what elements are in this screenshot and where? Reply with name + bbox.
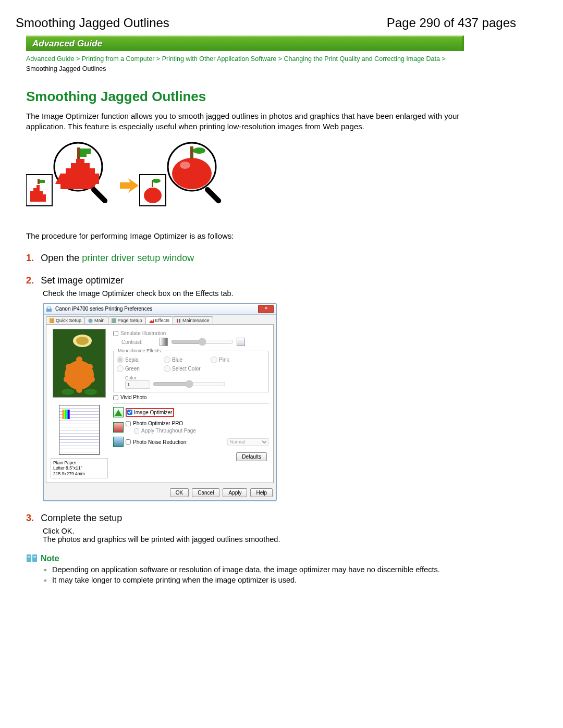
illustration — [26, 138, 464, 221]
heading: Smoothing Jagged Outlines — [26, 89, 464, 105]
apply-button[interactable]: Apply — [223, 488, 247, 497]
step-1: 1. Open the printer driver setup window — [26, 253, 464, 264]
noise-reduction-icon — [113, 437, 124, 447]
note-item-1: It may take longer to complete printing … — [52, 576, 464, 584]
note-label: Note — [41, 554, 59, 563]
color-slider — [153, 382, 226, 386]
svg-point-24 — [76, 356, 82, 363]
intro-text: The Image Optimizer function allows you … — [26, 111, 464, 132]
tab-main[interactable]: Main — [84, 316, 108, 324]
step-2-number: 2. — [26, 275, 39, 286]
svg-point-6 — [144, 188, 162, 203]
radio-green — [117, 365, 124, 372]
apply-throughout-label: Apply Throughout Page — [141, 428, 196, 434]
color-value-input — [125, 380, 150, 389]
note-item-0: Depending on application software or res… — [52, 565, 464, 574]
svg-point-29 — [76, 387, 82, 393]
svg-point-28 — [89, 376, 95, 382]
print-prefs-dialog: Canon iP4700 series Printing Preferences… — [43, 303, 277, 501]
note-icon — [26, 554, 38, 563]
svg-rect-1 — [38, 179, 40, 184]
tab-effects[interactable]: Effects — [145, 316, 173, 324]
step-3-body1: Click OK. — [43, 527, 464, 535]
color-label: Color: — [125, 375, 138, 380]
page-counter: Page 290 of 437 pages — [387, 16, 516, 30]
photo-optimizer-icon — [113, 422, 124, 433]
image-optimizer-icon — [113, 407, 124, 417]
step-3-number: 3. — [26, 513, 39, 524]
step-3-body2: The photos and graphics will be printed … — [43, 535, 464, 544]
radio-select-color — [164, 365, 170, 372]
photo-optimizer-checkbox[interactable] — [126, 421, 131, 426]
step-2: 2. Set image optimizer — [26, 275, 464, 286]
photo-optimizer-label: Photo Optimizer PRO — [133, 421, 183, 426]
banner: Advanced Guide — [26, 35, 464, 51]
printer-driver-setup-link[interactable]: printer driver setup window — [82, 253, 194, 263]
radio-blue — [164, 356, 170, 363]
image-optimizer-checkbox[interactable] — [127, 410, 132, 415]
media-type: Plain Paper — [53, 460, 105, 465]
contrast-gradient-icon — [160, 338, 168, 346]
svg-rect-12 — [190, 146, 193, 159]
tab-page-setup[interactable]: Page Setup — [108, 316, 146, 324]
printer-icon — [46, 306, 52, 312]
tab-maintenance[interactable]: Maintenance — [173, 316, 213, 324]
crumb-link-1[interactable]: Printing from a Computer — [82, 55, 155, 63]
svg-point-31 — [76, 337, 89, 345]
svg-rect-4 — [90, 186, 108, 204]
monochrome-fieldset: Monochrome Effects: Sepia Blue Pink Gree… — [113, 348, 269, 392]
crumb-link-3[interactable]: Changing the Print Quality and Correctin… — [284, 55, 439, 63]
apply-throughout-checkbox — [134, 428, 139, 434]
close-button[interactable]: ✕ — [258, 305, 274, 313]
svg-point-33 — [84, 389, 97, 395]
svg-rect-21 — [179, 319, 180, 323]
media-size: Letter 8.5"x11" 215.9x279.4mm — [53, 465, 105, 476]
step-1-number: 1. — [26, 253, 39, 264]
radio-sepia — [117, 356, 124, 363]
svg-point-18 — [89, 318, 93, 323]
svg-rect-39 — [33, 558, 36, 558]
step-3: 3. Complete the setup — [26, 513, 464, 524]
tab-quick-setup[interactable]: Quick Setup — [46, 316, 85, 324]
svg-point-13 — [193, 147, 205, 154]
svg-point-32 — [62, 389, 74, 395]
defaults-button[interactable]: Defaults — [236, 452, 267, 461]
preview-photo — [53, 329, 106, 398]
svg-point-10 — [172, 158, 212, 189]
image-optimizer-highlight: Image Optimizer — [126, 408, 174, 417]
doc-preview — [59, 405, 100, 455]
vivid-photo-checkbox[interactable] — [113, 395, 118, 400]
svg-rect-20 — [177, 319, 178, 323]
svg-rect-36 — [28, 556, 30, 557]
noise-reduction-checkbox[interactable] — [126, 439, 131, 445]
crumb-link-0[interactable]: Advanced Guide — [26, 55, 74, 63]
svg-point-25 — [66, 364, 72, 370]
noise-reduction-select: Normal — [227, 438, 269, 446]
radio-pink — [211, 356, 217, 363]
svg-rect-16 — [47, 307, 51, 309]
contrast-save-icon — [237, 338, 245, 346]
image-optimizer-label: Image Optimizer — [134, 410, 172, 415]
breadcrumb: Advanced Guide > Printing from a Compute… — [26, 54, 464, 74]
help-button[interactable]: Help — [250, 488, 273, 497]
step-2-title: Set image optimizer — [41, 275, 124, 286]
ok-button[interactable]: OK — [170, 488, 189, 497]
svg-rect-19 — [112, 318, 116, 323]
noise-reduction-label: Photo Noise Reduction: — [133, 439, 188, 445]
svg-rect-14 — [204, 186, 222, 204]
simulate-illustration-label: Simulate Illustration — [120, 330, 166, 336]
crumb-current: Smoothing Jagged Outlines — [26, 65, 106, 72]
svg-point-26 — [87, 364, 93, 370]
cancel-button[interactable]: Cancel — [192, 488, 219, 497]
vivid-photo-label: Vivid Photo — [120, 394, 146, 400]
svg-rect-37 — [28, 558, 30, 558]
contrast-label: Contrast: — [121, 339, 143, 345]
simulate-illustration-checkbox[interactable] — [113, 331, 118, 336]
crumb-link-2[interactable]: Printing with Other Application Software — [162, 55, 277, 63]
crumb-sep: > — [76, 55, 80, 63]
svg-point-8 — [152, 179, 161, 183]
step-3-title: Complete the setup — [41, 513, 122, 523]
page-title: Smoothing Jagged Outlines — [16, 16, 169, 30]
step-2-body: Check the Image Optimizer check box on t… — [43, 289, 464, 298]
step-1-prefix: Open the — [41, 253, 82, 263]
